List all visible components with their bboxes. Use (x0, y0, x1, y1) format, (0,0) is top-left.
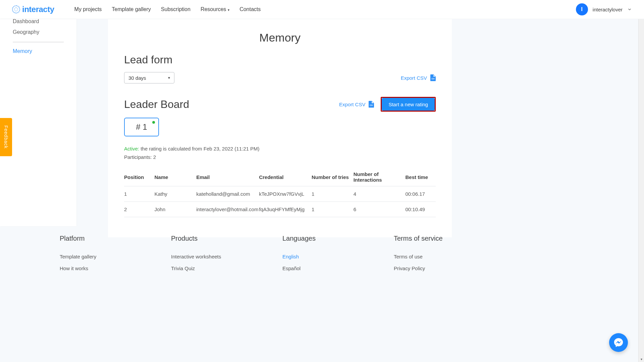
lead-form-controls: 30 days ▾ Export CSV CSV (124, 72, 436, 83)
cell-position: 1 (124, 186, 154, 202)
status-text: the rating is calculated from Feb 23, 20… (139, 146, 260, 152)
nav-my-projects[interactable]: My projects (74, 6, 102, 12)
cell-best-time: 00:06.17 (405, 186, 436, 202)
cell-interactions: 4 (354, 186, 406, 202)
th-name: Name (154, 168, 196, 186)
svg-text:CSV: CSV (431, 78, 435, 80)
cell-interactions: 6 (354, 202, 406, 217)
user-menu[interactable]: I interactylover (576, 3, 632, 15)
export-csv-label: Export CSV (401, 75, 427, 81)
footer-link-terms-of-use[interactable]: Terms of use (394, 254, 474, 259)
scroll-down-icon[interactable]: ▾ (641, 356, 642, 362)
cell-position: 2 (124, 202, 154, 217)
nav-contacts[interactable]: Contacts (239, 6, 261, 12)
footer-link-privacy[interactable]: Privacy Policy (394, 265, 474, 271)
footer-link-how-it-works[interactable]: How it works (60, 265, 140, 271)
cell-name: John (154, 202, 196, 217)
sidebar-item-memory[interactable]: Memory (13, 48, 64, 59)
footer-link-espanol[interactable]: Español (282, 265, 363, 271)
status-active-label: Active: (124, 146, 139, 152)
page-title: Memory (124, 31, 436, 44)
cell-name: Kathy (154, 186, 196, 202)
leader-board-title: Leader Board (124, 98, 189, 111)
nav-resources[interactable]: Resources ▾ (201, 6, 229, 12)
footer-link-english[interactable]: English (282, 254, 363, 259)
export-csv-leadform[interactable]: Export CSV CSV (401, 74, 436, 81)
footer-platform-title: Platform (60, 235, 140, 242)
cell-tries: 1 (312, 186, 354, 202)
export-csv-leaderboard[interactable]: Export CSV CSV (339, 101, 374, 108)
cell-best-time: 00:10.49 (405, 202, 436, 217)
sidebar-divider (13, 42, 64, 42)
leader-board-header: Leader Board Export CSV CSV Start a new … (124, 97, 436, 112)
footer-link-template-gallery[interactable]: Template gallery (60, 254, 140, 259)
table-row: 2 John interactylover@hotmail.com fqA3uq… (124, 202, 436, 217)
sidebar-item-dashboard[interactable]: Dashboard (13, 18, 64, 29)
cell-credential: fqA3uqHFYMfEyMjg (259, 202, 312, 217)
th-email: Email (196, 168, 259, 186)
cell-credential: kTeJPOXnw7fGVvjL (259, 186, 312, 202)
logo[interactable]: interacty (12, 5, 54, 14)
lead-form-title: Lead form (124, 54, 436, 66)
cell-email: kateholland@gmail.com (196, 186, 259, 202)
footer-products-title: Products (171, 235, 252, 242)
messenger-button[interactable] (609, 333, 628, 352)
top-nav: interacty My projects Template gallery S… (0, 0, 644, 19)
table-header-row: Position Name Email Credential Number of… (124, 168, 436, 186)
rating-chip[interactable]: # 1 (124, 118, 159, 136)
chevron-down-icon (627, 7, 632, 12)
th-position: Position (124, 168, 154, 186)
avatar: I (576, 3, 588, 15)
footer-platform: Platform Template gallery How it works (60, 235, 140, 277)
export-csv-label: Export CSV (339, 102, 365, 107)
feedback-tab[interactable]: Feedback (0, 118, 12, 156)
messenger-icon (614, 338, 623, 347)
caret-down-icon: ▾ (168, 75, 170, 80)
csv-file-icon: CSV (369, 101, 374, 108)
cell-tries: 1 (312, 202, 354, 217)
status-line: Active: the rating is calculated from Fe… (124, 146, 436, 152)
start-new-rating-button[interactable]: Start a new rating (382, 98, 435, 111)
sidebar-item-geography[interactable]: Geography (13, 29, 64, 40)
caret-down-icon: ▾ (227, 8, 229, 12)
nav-template-gallery[interactable]: Template gallery (112, 6, 151, 12)
footer: Platform Template gallery How it works P… (60, 235, 429, 277)
footer-languages-title: Languages (282, 235, 363, 242)
th-tries: Number of tries (312, 168, 354, 186)
leader-board-actions: Export CSV CSV Start a new rating (339, 97, 436, 112)
csv-file-icon: CSV (430, 74, 436, 81)
th-best-time: Best time (405, 168, 436, 186)
period-value: 30 days (128, 75, 146, 81)
username: interactylover (593, 7, 623, 12)
footer-terms: Terms of service Terms of use Privacy Po… (394, 235, 474, 277)
logo-icon (12, 5, 20, 13)
footer-languages: Languages English Español (282, 235, 363, 277)
th-credential: Credential (259, 168, 312, 186)
footer-terms-title: Terms of service (394, 235, 474, 242)
footer-link-worksheets[interactable]: Interactive worksheets (171, 254, 252, 259)
svg-text:CSV: CSV (370, 105, 373, 106)
th-interactions: Number of Interactions (354, 168, 406, 186)
nav-links: My projects Template gallery Subscriptio… (74, 6, 261, 12)
main-panel: Memory Lead form 30 days ▾ Export CSV CS… (108, 19, 452, 237)
cell-email: interactylover@hotmail.com (196, 202, 259, 217)
footer-products: Products Interactive worksheets Trivia Q… (171, 235, 252, 277)
rating-number: # 1 (136, 122, 147, 132)
table-row: 1 Kathy kateholland@gmail.com kTeJPOXnw7… (124, 186, 436, 202)
period-select[interactable]: 30 days ▾ (124, 72, 174, 83)
brand-name: interacty (22, 5, 54, 14)
start-rating-highlight: Start a new rating (381, 97, 436, 112)
active-dot-icon (152, 121, 155, 124)
participants-count: Participants: 2 (124, 154, 436, 160)
footer-link-trivia[interactable]: Trivia Quiz (171, 265, 252, 271)
leaderboard-table: Position Name Email Credential Number of… (124, 168, 436, 217)
scrollbar[interactable]: ▴ ▾ (638, 0, 644, 362)
nav-subscription[interactable]: Subscription (161, 6, 191, 12)
